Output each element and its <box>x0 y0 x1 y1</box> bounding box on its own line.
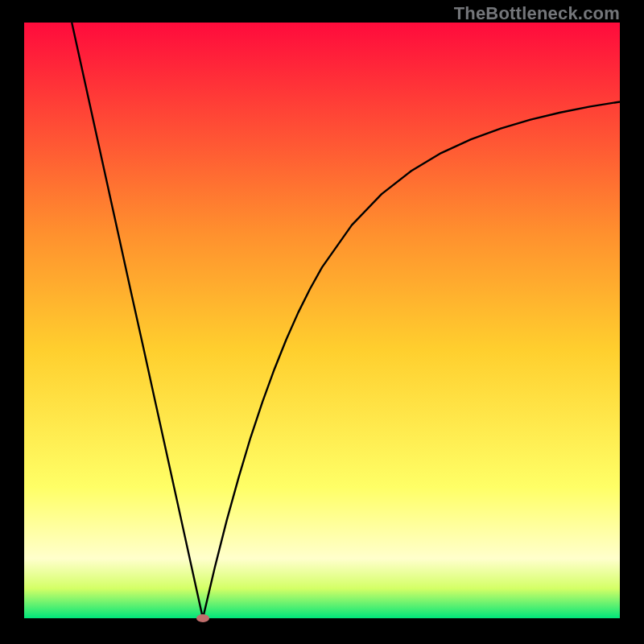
chart-frame <box>24 23 620 618</box>
attribution-text: TheBottleneck.com <box>454 3 620 24</box>
chart-svg <box>24 23 620 618</box>
minimum-marker <box>196 614 209 622</box>
chart-background <box>24 23 620 618</box>
